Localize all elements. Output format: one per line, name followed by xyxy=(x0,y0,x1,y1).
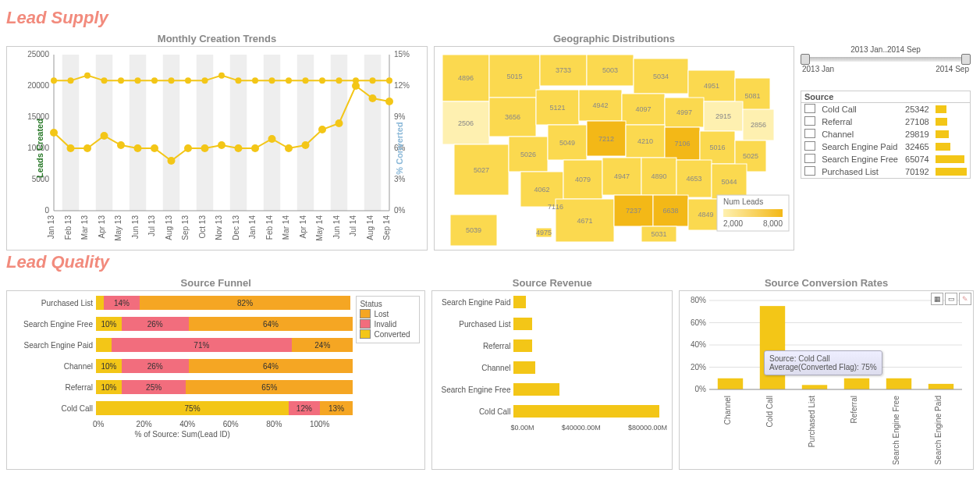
svg-point-58 xyxy=(251,144,259,152)
svg-text:Num Leads: Num Leads xyxy=(723,197,763,206)
svg-point-55 xyxy=(201,144,209,152)
monthly-chart[interactable]: Leads Created % Converted 05000100001500… xyxy=(6,46,428,251)
svg-text:Nov 13: Nov 13 xyxy=(215,215,223,240)
svg-text:Mar 14: Mar 14 xyxy=(282,215,290,240)
svg-text:5015: 5015 xyxy=(506,73,522,80)
svg-text:5121: 5121 xyxy=(549,104,565,112)
svg-point-54 xyxy=(184,144,192,152)
svg-text:4975: 4975 xyxy=(536,229,552,236)
svg-text:2506: 2506 xyxy=(458,119,474,127)
source-row[interactable]: Channel29819 xyxy=(801,128,971,140)
svg-text:Oct 13: Oct 13 xyxy=(198,215,207,239)
svg-text:Jul 13: Jul 13 xyxy=(147,215,156,236)
svg-rect-183 xyxy=(844,378,869,389)
svg-text:0%: 0% xyxy=(394,206,406,215)
svg-point-69 xyxy=(84,73,91,79)
svg-point-84 xyxy=(336,77,343,84)
svg-text:5026: 5026 xyxy=(520,151,536,158)
svg-rect-181 xyxy=(802,385,827,389)
svg-point-67 xyxy=(51,77,57,84)
toolbar-window-icon[interactable]: ▭ xyxy=(945,293,957,305)
svg-text:5034: 5034 xyxy=(653,73,669,80)
source-row[interactable]: Cold Call25342 xyxy=(801,103,971,116)
svg-point-79 xyxy=(252,77,258,84)
svg-point-86 xyxy=(370,77,376,84)
svg-text:4951: 4951 xyxy=(704,82,719,90)
svg-point-71 xyxy=(118,77,124,84)
svg-text:4947: 4947 xyxy=(614,172,630,180)
svg-point-62 xyxy=(318,126,326,133)
svg-text:4079: 4079 xyxy=(575,176,591,183)
svg-text:15%: 15% xyxy=(394,50,410,59)
time-slider-label: 2013 Jan..2014 Sep xyxy=(802,45,969,54)
svg-text:Feb 14: Feb 14 xyxy=(265,215,274,240)
svg-text:May 14: May 14 xyxy=(315,215,324,241)
svg-text:5031: 5031 xyxy=(651,230,666,238)
toolbar-grid-icon[interactable]: ▦ xyxy=(931,293,943,305)
chart-toolbar: ▦ ▭ ✎ xyxy=(931,293,971,305)
svg-rect-179 xyxy=(760,306,785,389)
svg-text:80%: 80% xyxy=(691,296,706,304)
source-row[interactable]: Referral27108 xyxy=(801,116,971,128)
svg-text:7212: 7212 xyxy=(598,135,614,143)
slider-start: 2013 Jan xyxy=(802,65,834,73)
svg-point-48 xyxy=(83,144,91,152)
svg-text:Apr 14: Apr 14 xyxy=(299,215,307,239)
svg-point-73 xyxy=(151,77,158,84)
svg-text:0%: 0% xyxy=(695,385,707,393)
svg-point-57 xyxy=(235,144,243,152)
svg-point-74 xyxy=(169,77,175,84)
source-row[interactable]: Search Engine Paid32465 xyxy=(801,140,971,153)
svg-text:Apr 13: Apr 13 xyxy=(98,215,106,239)
svg-text:0: 0 xyxy=(44,206,49,215)
geo-map[interactable]: 4896501537335003503449515081250636565121… xyxy=(434,46,794,251)
svg-text:4896: 4896 xyxy=(458,74,474,82)
toolbar-edit-icon[interactable]: ✎ xyxy=(959,293,971,305)
revenue-chart[interactable]: Search Engine PaidPurchased ListReferral… xyxy=(431,290,673,470)
svg-text:4210: 4210 xyxy=(637,137,653,145)
svg-point-60 xyxy=(285,144,293,152)
svg-text:3%: 3% xyxy=(394,175,406,183)
source-table-header: Source xyxy=(801,91,971,103)
monthly-ylabel-right: % Converted xyxy=(394,122,403,174)
svg-text:25000: 25000 xyxy=(27,50,49,59)
conversion-title: Source Conversion Rates xyxy=(679,277,974,289)
svg-text:Jun 14: Jun 14 xyxy=(332,215,341,239)
svg-text:4890: 4890 xyxy=(651,172,666,180)
svg-point-50 xyxy=(117,141,125,149)
svg-point-56 xyxy=(218,141,225,149)
svg-text:Search Engine Free: Search Engine Free xyxy=(892,396,900,464)
svg-text:40%: 40% xyxy=(691,340,706,349)
svg-text:Mar 13: Mar 13 xyxy=(80,215,89,240)
svg-point-47 xyxy=(67,144,75,152)
svg-point-85 xyxy=(353,77,359,84)
funnel-title: Source Funnel xyxy=(6,277,425,289)
source-row[interactable]: Purchased List70192 xyxy=(801,165,971,179)
svg-text:4097: 4097 xyxy=(635,105,651,113)
svg-text:2,000: 2,000 xyxy=(723,219,743,228)
svg-point-59 xyxy=(268,135,276,143)
monthly-title: Monthly Creation Trends xyxy=(6,33,428,44)
svg-point-65 xyxy=(369,94,377,102)
svg-text:Aug 14: Aug 14 xyxy=(366,215,375,240)
svg-text:Sep 14: Sep 14 xyxy=(382,215,391,240)
svg-point-80 xyxy=(269,77,275,84)
geo-title: Geographic Distributions xyxy=(434,33,794,44)
svg-point-63 xyxy=(336,119,343,127)
svg-text:4653: 4653 xyxy=(686,175,701,183)
source-table: Source Cold Call25342Referral27108Channe… xyxy=(801,91,971,179)
svg-text:4849: 4849 xyxy=(698,211,713,219)
svg-text:7116: 7116 xyxy=(548,203,563,211)
svg-text:5081: 5081 xyxy=(744,92,760,100)
svg-point-53 xyxy=(168,157,176,165)
source-row[interactable]: Search Engine Free65074 xyxy=(801,153,971,165)
svg-point-66 xyxy=(385,98,393,105)
conversion-chart[interactable]: ▦ ▭ ✎ 0%20%40%60%80%ChannelCold CallPurc… xyxy=(679,290,974,470)
funnel-chart[interactable]: Purchased List14%82%Search Engine Free10… xyxy=(6,290,425,470)
svg-text:Aug 13: Aug 13 xyxy=(165,215,173,240)
svg-point-87 xyxy=(386,77,392,84)
svg-text:Channel: Channel xyxy=(723,396,732,425)
svg-text:Cold Call: Cold Call xyxy=(765,396,774,428)
svg-point-46 xyxy=(50,129,58,137)
time-slider[interactable]: 2013 Jan..2014 Sep 2013 Jan 2014 Sep xyxy=(801,44,971,75)
